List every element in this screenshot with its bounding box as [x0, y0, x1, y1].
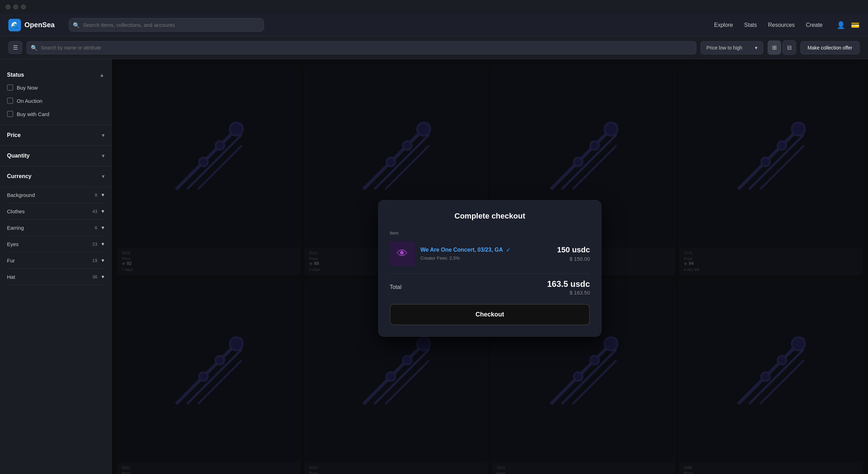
list-view-button[interactable]: ⊟	[783, 40, 796, 55]
clothes-trait-header[interactable]: Clothes 43 ▾	[7, 203, 104, 220]
collection-offer-button[interactable]: Make collection offer	[800, 41, 860, 54]
background-trait-count: 8	[95, 192, 97, 198]
eyes-trait-label: Eyes	[7, 241, 18, 247]
fur-trait-header[interactable]: Fur 19 ▾	[7, 252, 104, 269]
modal-item-price-usd: $ 150.00	[557, 256, 590, 262]
quantity-chevron-icon: ▾	[102, 153, 104, 159]
fur-chevron-icon: ▾	[102, 257, 104, 263]
traits-section: Background 8 ▾ Clothes 43 ▾ Earring	[0, 187, 111, 285]
modal-total-row: Total 163.5 usdc $ 163.50	[390, 279, 590, 296]
quantity-label: Quantity	[7, 153, 30, 159]
modal-item-thumbnail: 👁	[390, 241, 415, 266]
buy-with-card-item[interactable]: Buy with Card	[7, 107, 104, 121]
clothes-trait-count: 43	[92, 209, 97, 214]
main-layout: Status ▲ Buy Now On Auction Buy with Car…	[0, 59, 868, 474]
clothes-chevron-icon: ▾	[102, 208, 104, 214]
checkout-button[interactable]: Checkout	[390, 304, 590, 325]
eyes-trait-header[interactable]: Eyes 23 ▾	[7, 236, 104, 252]
modal-item-name-row: We Are One Concert, 03/23, GA ✓	[420, 247, 552, 253]
nav-search-input[interactable]	[69, 18, 264, 32]
modal-total-usd: $ 163.50	[547, 290, 590, 296]
modal-total-price: 163.5 usdc $ 163.50	[547, 279, 590, 296]
nav-link-explore[interactable]: Explore	[714, 22, 733, 28]
hat-chevron-icon: ▾	[102, 274, 104, 280]
on-auction-checkbox[interactable]	[7, 98, 13, 104]
earring-trait-label: Earring	[7, 225, 24, 231]
checkout-modal: Complete checkout Item 👁 We Are One Conc…	[378, 200, 601, 337]
price-chevron-icon: ▾	[102, 132, 104, 138]
background-chevron-icon: ▾	[102, 192, 104, 198]
title-bar	[0, 0, 868, 14]
earring-chevron-icon: ▾	[102, 224, 104, 231]
hat-trait-label: Hat	[7, 274, 15, 280]
hat-trait-count: 36	[92, 274, 97, 280]
modal-item-name-text: We Are One Concert, 03/23, GA	[420, 247, 503, 253]
content-area: 3929 Price ◈ 92 7 days	[112, 59, 868, 474]
nav-link-create[interactable]: Create	[806, 22, 823, 28]
modal-overlay[interactable]: Complete checkout Item 👁 We Are One Conc…	[112, 59, 868, 474]
buy-now-checkbox[interactable]	[7, 84, 13, 91]
earring-trait-header[interactable]: Earring 6 ▾	[7, 220, 104, 236]
quantity-section-header[interactable]: Quantity ▾	[7, 150, 104, 162]
buy-with-card-checkbox[interactable]	[7, 111, 13, 117]
modal-divider	[390, 273, 590, 274]
nav-links: Explore Stats Resources Create	[714, 22, 823, 28]
buy-with-card-label: Buy with Card	[17, 111, 49, 117]
modal-item-price-col: 150 usdc $ 150.00	[557, 245, 590, 262]
nav-logo[interactable]: 🌊 OpenSea	[8, 19, 55, 31]
window-dot-maximize[interactable]	[21, 5, 26, 9]
buy-now-item[interactable]: Buy Now	[7, 81, 104, 94]
currency-section-header[interactable]: Currency ▾	[7, 170, 104, 182]
buy-now-label: Buy Now	[17, 85, 38, 91]
wallet-icon[interactable]: 💳	[851, 21, 860, 29]
opensea-logo-icon: 🌊	[8, 19, 21, 31]
eyes-chevron-icon: ▾	[102, 241, 104, 247]
sort-label: Price low to high	[706, 45, 742, 51]
price-label: Price	[7, 132, 21, 138]
modal-total-label: Total	[390, 284, 402, 290]
fur-trait-count: 19	[92, 258, 97, 263]
background-trait-label: Background	[7, 192, 35, 198]
toolbar: ☰ 🔍 Price low to high ▾ ⊞ ⊟ Make collect…	[0, 36, 868, 59]
on-auction-item[interactable]: On Auction	[7, 94, 104, 107]
fur-trait-label: Fur	[7, 258, 15, 263]
price-section-header[interactable]: Price ▾	[7, 129, 104, 141]
status-section: Status ▲ Buy Now On Auction Buy with Car…	[0, 65, 111, 125]
navbar: 🌊 OpenSea 🔍 Explore Stats Resources Crea…	[0, 14, 868, 36]
nav-link-stats[interactable]: Stats	[744, 22, 757, 28]
sort-dropdown[interactable]: Price low to high ▾	[701, 41, 763, 54]
toolbar-search-input[interactable]	[27, 41, 696, 54]
currency-chevron-icon: ▾	[102, 174, 104, 179]
modal-creator-fees: Creator Fees: 2,5%	[420, 255, 552, 261]
toolbar-search-icon: 🔍	[31, 44, 38, 51]
window-dot-minimize[interactable]	[13, 5, 18, 9]
hat-trait-header[interactable]: Hat 36 ▾	[7, 269, 104, 285]
on-auction-label: On Auction	[17, 98, 42, 104]
background-trait-header[interactable]: Background 8 ▾	[7, 187, 104, 203]
price-section: Price ▾	[0, 125, 111, 146]
clothes-trait-label: Clothes	[7, 208, 25, 214]
modal-title: Complete checkout	[390, 212, 590, 221]
window-dot-close[interactable]	[6, 5, 10, 9]
nav-icons: 👤 💳	[837, 21, 860, 29]
opensea-logo-text: OpenSea	[24, 21, 55, 29]
status-section-header[interactable]: Status ▲	[7, 69, 104, 81]
status-chevron-icon: ▲	[99, 72, 104, 78]
modal-total-usdc: 163.5 usdc	[547, 279, 590, 289]
sidebar: Status ▲ Buy Now On Auction Buy with Car…	[0, 59, 112, 474]
nav-search-container: 🔍	[69, 18, 264, 32]
verified-badge-icon: ✓	[506, 247, 510, 253]
currency-label: Currency	[7, 173, 31, 179]
nav-link-resources[interactable]: Resources	[768, 22, 794, 28]
modal-item-price-usdc: 150 usdc	[557, 245, 590, 254]
eyes-trait-count: 23	[92, 242, 97, 247]
status-label: Status	[7, 72, 24, 78]
nav-search-icon: 🔍	[73, 22, 80, 28]
modal-item-row: 👁 We Are One Concert, 03/23, GA ✓ Creato…	[390, 241, 590, 266]
modal-item-header: Item	[390, 230, 590, 236]
filter-button[interactable]: ☰	[8, 41, 22, 54]
toolbar-search-container: 🔍	[27, 41, 696, 54]
grid-view-button[interactable]: ⊞	[768, 40, 781, 55]
profile-icon[interactable]: 👤	[837, 21, 845, 29]
currency-section: Currency ▾	[0, 166, 111, 187]
